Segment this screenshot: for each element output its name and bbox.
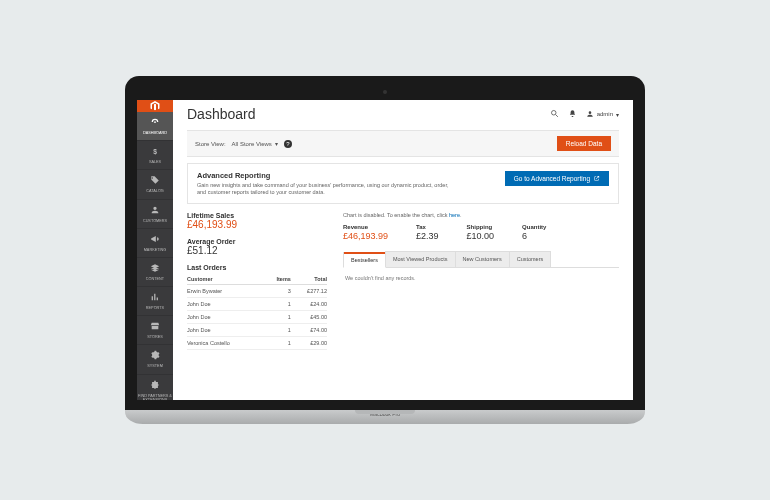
laptop-frame: DASHBOARD$SALESCATALOGCUSTOMERSMARKETING… bbox=[125, 76, 645, 424]
account-menu[interactable]: admin ▾ bbox=[586, 110, 619, 118]
svg-text:$: $ bbox=[153, 148, 157, 156]
laptop-base: MacBook Pro bbox=[125, 410, 645, 424]
sidebar-item-dashboard[interactable]: DASHBOARD bbox=[137, 112, 173, 141]
sidebar-item-marketing[interactable]: MARKETING bbox=[137, 229, 173, 258]
col-total: Total bbox=[291, 274, 327, 285]
table-row[interactable]: John Doe1£74.00 bbox=[187, 324, 327, 337]
sidebar-item-label: STORES bbox=[147, 335, 163, 339]
scope-value: All Store Views bbox=[232, 141, 272, 147]
magento-logo[interactable] bbox=[137, 100, 173, 112]
table-row[interactable]: John Doe1£45.00 bbox=[187, 311, 327, 324]
screen-bezel: DASHBOARD$SALESCATALOGCUSTOMERSMARKETING… bbox=[125, 76, 645, 410]
cell-items: 1 bbox=[265, 311, 291, 324]
tab-customers[interactable]: Customers bbox=[509, 251, 552, 267]
cell-customer: John Doe bbox=[187, 298, 265, 311]
tab-most-viewed-products[interactable]: Most Viewed Products bbox=[385, 251, 456, 267]
speedometer-icon bbox=[150, 117, 160, 129]
cell-customer: John Doe bbox=[187, 311, 265, 324]
tax-label: Tax bbox=[416, 224, 439, 230]
lifetime-sales-block: Lifetime Sales £46,193.99 bbox=[187, 212, 327, 230]
notifications-icon[interactable] bbox=[568, 109, 577, 120]
camera-dot bbox=[383, 90, 387, 94]
cell-items: 1 bbox=[265, 324, 291, 337]
cell-total: £45.00 bbox=[291, 311, 327, 324]
sidebar-item-find-partners-extensions[interactable]: FIND PARTNERS & EXTENSIONS bbox=[137, 375, 173, 400]
sidebar-item-system[interactable]: SYSTEM bbox=[137, 345, 173, 374]
sidebar-item-sales[interactable]: $SALES bbox=[137, 141, 173, 170]
app-screen: DASHBOARD$SALESCATALOGCUSTOMERSMARKETING… bbox=[137, 100, 633, 400]
sidebar-item-label: SYSTEM bbox=[147, 364, 163, 368]
lifetime-sales-value: £46,193.99 bbox=[187, 219, 327, 230]
tab-new-customers[interactable]: New Customers bbox=[455, 251, 510, 267]
shipping-value: £10.00 bbox=[467, 231, 495, 241]
go-to-advanced-reporting-button[interactable]: Go to Advanced Reporting bbox=[505, 171, 609, 186]
person-icon bbox=[586, 110, 594, 118]
advanced-reporting-heading: Advanced Reporting bbox=[197, 171, 457, 180]
last-orders-heading: Last Orders bbox=[187, 264, 327, 271]
cell-items: 1 bbox=[265, 298, 291, 311]
sidebar-item-label: CATALOG bbox=[146, 189, 164, 193]
total-revenue: Revenue £46,193.99 bbox=[343, 224, 388, 241]
cell-customer: Veronica Costello bbox=[187, 337, 265, 350]
dashboard-left-column: Lifetime Sales £46,193.99 Average Order … bbox=[187, 212, 327, 350]
scope-label: Store View: bbox=[195, 141, 226, 147]
average-order-value: £51.12 bbox=[187, 245, 327, 256]
search-icon[interactable] bbox=[550, 109, 559, 120]
account-label: admin bbox=[597, 111, 613, 117]
sidebar-item-reports[interactable]: REPORTS bbox=[137, 287, 173, 316]
cell-customer: John Doe bbox=[187, 324, 265, 337]
enable-chart-link[interactable]: here bbox=[449, 212, 460, 218]
topbar: Dashboard admin ▾ bbox=[173, 100, 633, 126]
help-icon[interactable]: ? bbox=[284, 140, 292, 148]
sidebar-item-stores[interactable]: STORES bbox=[137, 316, 173, 345]
svg-point-1 bbox=[551, 110, 556, 115]
shipping-label: Shipping bbox=[467, 224, 495, 230]
total-tax: Tax £2.39 bbox=[416, 224, 439, 241]
cell-customer: Erwin Bywater bbox=[187, 285, 265, 298]
dollar-icon: $ bbox=[150, 146, 160, 158]
sidebar-item-label: CUSTOMERS bbox=[143, 219, 167, 223]
storefront-icon bbox=[150, 321, 160, 333]
average-order-label: Average Order bbox=[187, 238, 327, 245]
advanced-reporting-body: Gain new insights and take command of yo… bbox=[197, 182, 457, 196]
tab-bestsellers[interactable]: Bestsellers bbox=[343, 252, 386, 268]
top-actions: admin ▾ bbox=[550, 109, 619, 120]
sidebar-item-content[interactable]: CONTENT bbox=[137, 258, 173, 287]
advanced-reporting-panel: Advanced Reporting Gain new insights and… bbox=[187, 163, 619, 204]
col-items: Items bbox=[265, 274, 291, 285]
totals-row: Revenue £46,193.99 Tax £2.39 Shipping £1… bbox=[343, 224, 619, 241]
reload-data-button[interactable]: Reload Data bbox=[557, 136, 611, 151]
laptop-hinge-notch bbox=[355, 410, 415, 414]
cell-total: £277.12 bbox=[291, 285, 327, 298]
total-quantity: Quantity 6 bbox=[522, 224, 546, 241]
table-row[interactable]: Veronica Costello1£29.00 bbox=[187, 337, 327, 350]
dashboard-right-column: Chart is disabled. To enable the chart, … bbox=[343, 212, 619, 350]
tag-icon bbox=[150, 175, 160, 187]
chevron-down-icon: ▾ bbox=[616, 111, 619, 118]
chart-disabled-note: Chart is disabled. To enable the chart, … bbox=[343, 212, 619, 218]
sidebar-item-label: MARKETING bbox=[144, 248, 167, 252]
total-shipping: Shipping £10.00 bbox=[467, 224, 495, 241]
external-link-icon bbox=[593, 175, 600, 182]
cell-items: 1 bbox=[265, 337, 291, 350]
tax-value: £2.39 bbox=[416, 231, 439, 241]
revenue-label: Revenue bbox=[343, 224, 388, 230]
cell-total: £74.00 bbox=[291, 324, 327, 337]
cell-total: £29.00 bbox=[291, 337, 327, 350]
dashboard-tabs: BestsellersMost Viewed ProductsNew Custo… bbox=[343, 251, 619, 268]
megaphone-icon bbox=[150, 234, 160, 246]
page-title: Dashboard bbox=[187, 106, 256, 122]
table-row[interactable]: Erwin Bywater3£277.12 bbox=[187, 285, 327, 298]
scope-switcher[interactable]: All Store Views ▾ bbox=[232, 140, 278, 147]
sidebar-item-catalog[interactable]: CATALOG bbox=[137, 170, 173, 199]
last-orders-table: Customer Items Total Erwin Bywater3£277.… bbox=[187, 274, 327, 350]
chart-disabled-text: Chart is disabled. To enable the chart, … bbox=[343, 212, 449, 218]
cell-items: 3 bbox=[265, 285, 291, 298]
sidebar-item-label: SALES bbox=[149, 160, 161, 164]
admin-sidebar: DASHBOARD$SALESCATALOGCUSTOMERSMARKETING… bbox=[137, 100, 173, 400]
sidebar-item-customers[interactable]: CUSTOMERS bbox=[137, 200, 173, 229]
table-row[interactable]: John Doe1£24.00 bbox=[187, 298, 327, 311]
cell-total: £24.00 bbox=[291, 298, 327, 311]
chevron-down-icon: ▾ bbox=[275, 140, 278, 147]
magento-icon bbox=[149, 100, 161, 112]
